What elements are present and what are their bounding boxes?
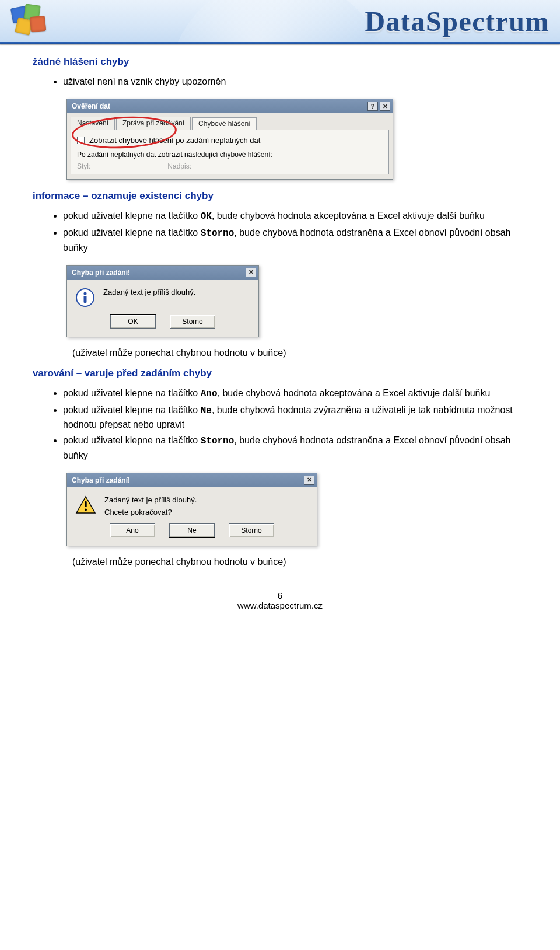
heading-none: žádné hlášení chyby (33, 56, 527, 68)
grey-title: Nadpis: (167, 162, 191, 170)
t: pokud uživatel klepne na tlačítko (63, 435, 201, 445)
warn-message-2: Chcete pokračovat? (104, 508, 197, 516)
cancel-button[interactable]: Storno (229, 523, 274, 537)
info-message: Zadaný text je příliš dlouhý. (103, 288, 195, 296)
svg-rect-2 (84, 296, 87, 303)
svg-point-5 (85, 508, 87, 511)
checkbox-label: Zobrazit chybové hlášení po zadání nepla… (89, 136, 260, 145)
footer-url: www.dataspectrum.cz (33, 600, 527, 610)
no-button[interactable]: Ne (169, 523, 215, 537)
note-warn: (uživatel může ponechat chybnou hodnotu … (72, 557, 527, 567)
kw: Storno (201, 436, 235, 446)
bullet-info-2: pokud uživatel klepne na tlačítko Storno… (63, 226, 527, 254)
svg-rect-4 (85, 501, 86, 507)
t: , bude chybová hodnota akceptována a Exc… (212, 211, 485, 221)
warn-message-1: Zadaný text je příliš dlouhý. (104, 495, 197, 504)
show-error-checkbox[interactable] (77, 137, 85, 144)
tab-settings[interactable]: Nastavení (71, 117, 115, 130)
close-button[interactable]: ✕ (246, 268, 256, 277)
titlebar-text: Chyba při zadání! (72, 476, 130, 484)
logo-icon (10, 5, 52, 37)
tab-input-msg[interactable]: Zpráva při zadávání (116, 117, 191, 130)
bullet-warn-1: pokud uživatel klepne na tlačítko Ano, b… (63, 386, 527, 401)
note-info: (uživatel může ponechat chybnou hodnotu … (72, 348, 527, 358)
tab-error-alert[interactable]: Chybové hlášení (192, 117, 257, 130)
cancel-button[interactable]: Storno (170, 315, 215, 329)
heading-warn: varování – varuje před zadáním chyby (33, 368, 527, 379)
titlebar-info: Chyba při zadání! ✕ (67, 266, 258, 280)
close-button[interactable]: ✕ (380, 102, 390, 111)
heading-info: informace – oznamuje existenci chyby (33, 190, 527, 202)
svg-point-1 (83, 292, 86, 295)
t: pokud uživatel klepne na tlačítko (63, 388, 201, 398)
dialog-validation: Ověření dat ? ✕ Nastavení Zpráva při zad… (66, 99, 393, 180)
titlebar-validation: Ověření dat ? ✕ (67, 99, 393, 113)
bullet-warn-2: pokud uživatel klepne na tlačítko Ne, bu… (63, 403, 527, 431)
t: pokud uživatel klepne na tlačítko (63, 405, 201, 415)
warning-icon (75, 495, 96, 514)
kw: Ano (201, 389, 218, 399)
subtext: Po zadání neplatných dat zobrazit násled… (77, 151, 383, 159)
dialog-info: Chyba při zadání! ✕ Zadaný text je příli… (66, 265, 259, 337)
kw: Ne (201, 406, 212, 416)
page-header: DataSpectrum (0, 0, 560, 42)
close-button[interactable]: ✕ (304, 476, 314, 485)
bullet-warn-3: pokud uživatel klepne na tlačítko Storno… (63, 434, 527, 462)
brand-wordmark: DataSpectrum (365, 5, 550, 37)
t: pokud uživatel klepne na tlačítko (63, 228, 201, 238)
titlebar-text: Chyba při zadání! (72, 268, 130, 277)
help-button[interactable]: ? (368, 102, 378, 111)
grey-style: Styl: (77, 162, 90, 170)
dialog-warn: Chyba při zadání! ✕ Zadaný text je příli… (66, 473, 317, 546)
yes-button[interactable]: Ano (110, 523, 155, 537)
titlebar-warn: Chyba při zadání! ✕ (67, 473, 317, 487)
info-icon (75, 288, 95, 308)
t: , bude chybová hodnota akceptována a Exc… (218, 388, 491, 398)
bullet-none-1: uživatel není na vznik chyby upozorněn (63, 75, 527, 88)
t: pokud uživatel klepne na tlačítko (63, 211, 201, 221)
page-number: 6 (33, 591, 527, 600)
kw: OK (201, 211, 212, 222)
bullet-info-1: pokud uživatel klepne na tlačítko OK, bu… (63, 209, 527, 223)
kw: Storno (201, 228, 235, 239)
titlebar-text: Ověření dat (72, 102, 110, 110)
ok-button[interactable]: OK (110, 315, 156, 329)
